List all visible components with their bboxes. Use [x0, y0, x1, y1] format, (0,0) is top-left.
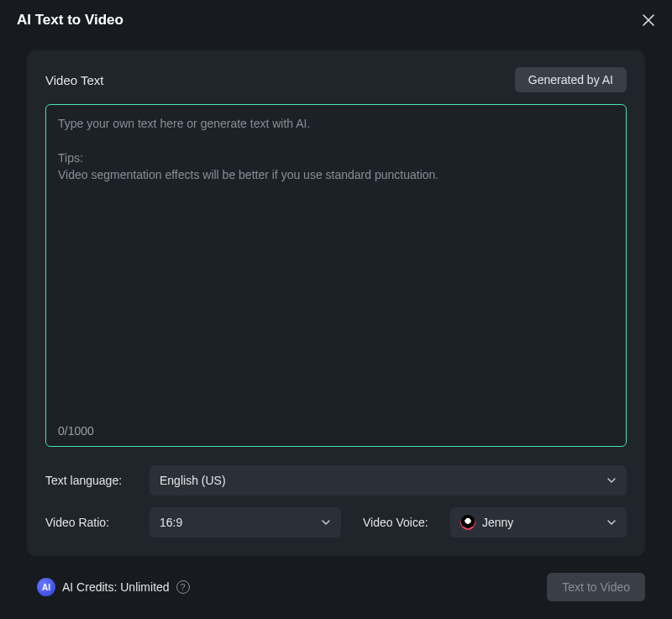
video-text-label: Video Text: [45, 73, 104, 87]
panel-top-row: Video Text Generated by AI: [45, 67, 627, 92]
ratio-value: 16:9: [160, 516, 182, 529]
dialog-title: AI Text to Video: [17, 12, 123, 29]
text-to-video-button[interactable]: Text to Video: [547, 573, 645, 601]
language-label: Text language:: [45, 474, 138, 487]
character-count: 0/1000: [58, 424, 94, 438]
ratio-label: Video Ratio:: [45, 516, 138, 529]
language-value: English (US): [160, 474, 226, 487]
voice-value: Jenny: [482, 516, 513, 529]
dialog-header: AI Text to Video: [0, 0, 672, 40]
video-text-container: 0/1000: [45, 104, 627, 447]
chevron-down-icon: [606, 475, 617, 485]
voice-avatar-icon: [460, 515, 475, 530]
help-icon[interactable]: ?: [176, 580, 190, 594]
ai-badge-icon: AI: [37, 578, 55, 596]
language-select[interactable]: English (US): [150, 465, 627, 496]
language-row: Text language: English (US): [45, 465, 627, 496]
form-section: Text language: English (US) Video Ratio:…: [45, 465, 627, 538]
chevron-down-icon: [606, 517, 617, 527]
close-button[interactable]: [638, 10, 659, 30]
footer-bar: AI AI Credits: Unlimited ? Text to Video: [0, 556, 672, 601]
ratio-select[interactable]: 16:9: [150, 507, 341, 538]
main-panel: Video Text Generated by AI 0/1000 Text l…: [27, 50, 645, 556]
close-icon: [642, 13, 655, 27]
ratio-voice-row: Video Ratio: 16:9 Video Voice: Jenny: [45, 507, 627, 538]
voice-label: Video Voice:: [363, 516, 438, 529]
voice-select[interactable]: Jenny: [450, 507, 627, 538]
ai-credits: AI AI Credits: Unlimited ?: [37, 578, 190, 596]
credits-text: AI Credits: Unlimited: [62, 580, 170, 594]
generate-ai-button[interactable]: Generated by AI: [515, 67, 627, 92]
video-text-input[interactable]: [46, 105, 626, 416]
chevron-down-icon: [321, 517, 331, 527]
